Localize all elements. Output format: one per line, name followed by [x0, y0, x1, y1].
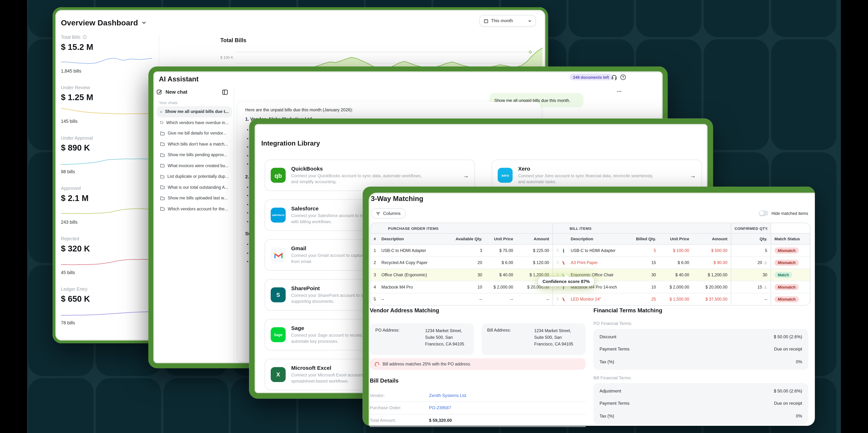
cell-po-available-qty: 10	[454, 281, 486, 293]
period-select-button[interactable]: This month	[479, 15, 536, 27]
new-chat-label: New chat	[165, 89, 187, 95]
cell-match-status: Match	[771, 269, 810, 281]
chat-item-label: Show me bills pending approv...	[168, 152, 227, 157]
financial-terms-heading: Financial Terms Matching	[593, 307, 662, 313]
col-bill-description: Description	[567, 234, 630, 244]
collapse-sidebar-icon[interactable]	[222, 89, 228, 95]
bill-detail-label: Total Amount:	[370, 418, 429, 423]
cell-bill-billed-qty: 5	[630, 245, 659, 256]
xl-logo-icon: X	[271, 367, 286, 382]
table-row[interactable]: 5--------⠿LED Monitor 24"25$ 1,500.00$ 3…	[370, 293, 810, 305]
stat-block: Under Review$ 1.25 M145 bills	[61, 85, 153, 135]
stat-label: Total Bills	[61, 34, 153, 40]
cell-po-description: Recycled A4 Copy Paper	[378, 257, 454, 269]
chart-title: Total Bills	[220, 37, 246, 43]
col-bill-amount: Amount	[692, 234, 731, 244]
y-tick-100k: $ 100 K	[220, 55, 233, 59]
col-match-status: Match Status	[771, 234, 810, 244]
stat-block: Ledger Entry$ 650 K78 bills	[61, 286, 153, 337]
stat-value: $ 650 K	[61, 294, 153, 303]
cell-bill-description: A3 Print Paper	[567, 257, 630, 269]
cell-bill-amount: $ 500.00	[692, 245, 731, 256]
chat-history-item[interactable]: What invoices were created bu...	[157, 160, 232, 171]
chat-history-item[interactable]: Show me all unpaid bills due t...	[157, 106, 232, 117]
stat-value: $ 2.1 M	[61, 193, 153, 203]
stat-label-text: Approved	[61, 186, 81, 191]
match-ring-icon	[562, 260, 565, 265]
table-row[interactable]: 2Recycled A4 Copy Paper20$ 6.00$ 120.00⠿…	[370, 257, 810, 269]
chevron-down-icon	[142, 21, 146, 25]
info-icon[interactable]	[83, 35, 87, 39]
stat-value: $ 1.25 M	[61, 92, 153, 102]
integration-card-xero[interactable]: xeroXeroConnect your Xero account to syn…	[492, 159, 702, 191]
bill-detail-value[interactable]: PO-239587	[429, 405, 451, 410]
drag-handle-icon[interactable]: ⠿	[553, 257, 560, 269]
match-ring-cell	[560, 257, 567, 269]
folder-icon	[160, 120, 163, 125]
drag-handle-icon[interactable]: ⠿	[553, 293, 560, 305]
chat-history-list: Show me all unpaid bills due t...Which v…	[157, 106, 232, 214]
cell-po-description: Macbook M4 Pro	[378, 281, 454, 293]
page-title-dropdown[interactable]: Overview Dashboard	[61, 18, 146, 27]
chat-history-item[interactable]: Which vendors account for the...	[157, 204, 232, 214]
stat-value: $ 890 K	[61, 143, 153, 152]
cell-confirmed-qty: 20⚠	[731, 257, 771, 269]
stat-label: Under Review	[61, 85, 153, 90]
screen: Overview Dashboard This month Total Bill…	[0, 0, 868, 433]
support-headset-icon[interactable]	[611, 74, 617, 80]
col-available-qty: Available Qty.	[454, 234, 486, 244]
folder-icon	[160, 207, 165, 211]
cell-po-available-qty: 20	[454, 257, 486, 269]
matching-table: PURCHASE ORDER ITEMSBILL ITEMSCONFIRMED …	[370, 223, 810, 306]
chat-history-item[interactable]: Which vendors have overdue in...	[157, 117, 232, 128]
financial-row: Tax (%)0%	[599, 410, 802, 422]
cell-bill-description: LED Monitor 24"	[567, 293, 630, 305]
columns-button[interactable]: Columns	[371, 208, 406, 219]
stat-bills-count: 78 bills	[61, 320, 153, 326]
bill-financial-label: Bill Financial Terms:	[593, 375, 632, 380]
stat-value: $ 320 K	[61, 244, 153, 253]
chat-history-item[interactable]: Show me bills pending approv...	[157, 150, 232, 160]
chat-history-item[interactable]: Show me bills uploaded last w...	[157, 193, 232, 204]
match-group-header	[771, 223, 810, 233]
hide-matched-toggle[interactable]	[759, 210, 768, 216]
arrow-right-icon[interactable]: →	[463, 172, 469, 179]
stat-sparkline	[61, 204, 152, 219]
stat-block: Rejected$ 320 K45 bills	[61, 236, 153, 286]
stat-label-text: Total Bills	[61, 34, 81, 40]
cell-bill-amount: $ 1,200.00	[692, 269, 731, 281]
stat-bills-count: 243 bills	[61, 220, 153, 225]
drag-handle-icon[interactable]: ⠿	[553, 245, 560, 256]
cell-po-unit-price: $ 40.00	[486, 269, 517, 281]
financial-row: Discount$ 50.00 (2.6%)	[599, 331, 802, 343]
documents-left-badge: 248 documents left	[569, 74, 612, 80]
help-icon[interactable]: ?	[620, 74, 626, 80]
table-row[interactable]: 1USB-C to HDMI Adapter3$ 75.00$ 225.00⠿U…	[370, 245, 810, 257]
stat-sparkline	[61, 53, 152, 67]
alert-text: Bill address matches 25% with the PO add…	[382, 362, 471, 367]
sidebar-divider	[234, 89, 234, 362]
chat-history-item[interactable]: Give me bill details for vendor...	[157, 128, 232, 139]
cell-po-amount: $ 120.00	[517, 257, 553, 269]
cell-po-unit-price: $ 6.00	[486, 257, 517, 269]
message-menu-icon[interactable]: ⋯	[617, 89, 622, 94]
folder-icon	[160, 196, 165, 200]
cell-bill-amount: $ 20,000.00	[692, 281, 731, 293]
cell-match-status: Mismatch	[771, 257, 810, 269]
cell-po-available-qty: --	[454, 293, 486, 305]
new-chat-button[interactable]: New chat	[157, 89, 187, 95]
window-title: 3-Way Matching	[371, 195, 423, 203]
filter-icon	[376, 211, 380, 216]
chat-history-item[interactable]: What is our total outstanding A...	[157, 182, 232, 193]
chat-history-item[interactable]: List duplicate or potentially dup...	[157, 171, 232, 182]
xero-logo-icon: xero	[498, 168, 513, 183]
cell-po-available-qty: 3	[454, 245, 486, 256]
col-drag	[553, 234, 560, 244]
financial-label: Payment Terms	[599, 401, 629, 406]
chat-history-item[interactable]: Which bills don't have a match...	[157, 139, 232, 150]
integration-card-quickbooks[interactable]: qbQuickBooksConnect your QuickBooks acco…	[265, 159, 475, 191]
background-tile	[96, 378, 161, 433]
arrow-right-icon[interactable]: →	[690, 172, 696, 179]
background-tile	[771, 0, 836, 37]
bill-detail-value[interactable]: Zenith Systems Ltd.	[429, 393, 467, 398]
